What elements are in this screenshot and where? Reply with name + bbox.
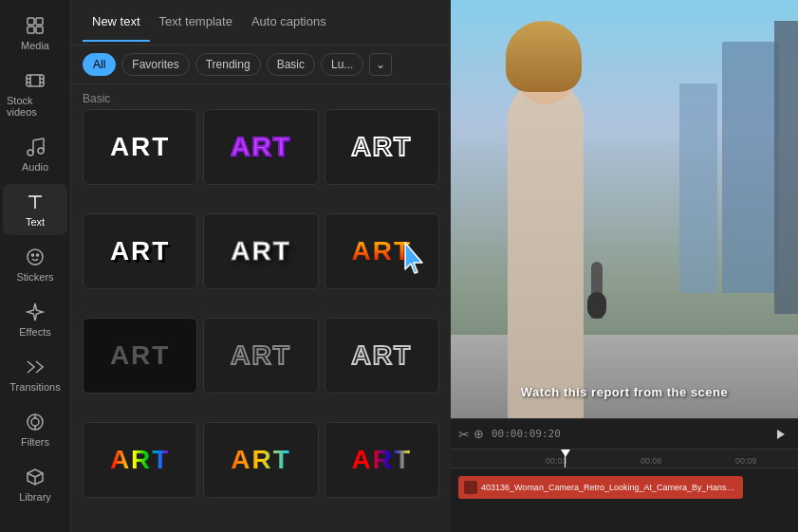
sidebar-item-label: Stickers: [16, 271, 53, 283]
track-label: 403136_Woman_Camera_Retro_Looking_At_Cam…: [481, 483, 737, 492]
text-preview: ART: [352, 236, 413, 266]
text-preview: ART: [352, 340, 413, 371]
text-card-7[interactable]: ART: [83, 318, 197, 394]
text-card-12[interactable]: ART: [325, 422, 439, 498]
tab-auto-captions[interactable]: Auto captions: [242, 3, 336, 42]
sidebar-item-label: Text: [26, 216, 45, 228]
text-card-3[interactable]: ART: [325, 109, 439, 185]
play-button[interactable]: [771, 425, 790, 444]
section-label: Basic: [71, 84, 451, 109]
text-preview: ART: [231, 236, 291, 266]
svg-rect-1: [36, 18, 43, 25]
sticker-icon: [25, 247, 46, 267]
playhead[interactable]: [565, 449, 566, 468]
text-card-2[interactable]: ART: [203, 109, 318, 185]
tab-new-text[interactable]: New text: [83, 3, 150, 42]
svg-line-26: [35, 473, 43, 477]
text-card-10[interactable]: ART: [83, 422, 197, 498]
svg-point-11: [28, 150, 33, 156]
video-background: Watch this report from the scene: [451, 0, 798, 418]
svg-line-25: [28, 473, 35, 477]
time-display: 00:00:09:20: [492, 428, 561, 440]
sidebar-item-filters[interactable]: Filters: [3, 404, 67, 455]
sidebar-item-label: Effects: [19, 326, 50, 338]
text-preview: ART: [231, 132, 291, 162]
timeline-controls: ✂ ⊕ 00:00:09:20: [451, 419, 798, 449]
text-card-1[interactable]: ART: [83, 109, 197, 185]
ruler-mark-6: 00:06: [640, 456, 662, 466]
sparkle-icon: [25, 302, 46, 322]
magnet-icon[interactable]: ⊕: [473, 427, 484, 441]
text-card-8[interactable]: ART: [203, 318, 318, 394]
svg-point-12: [38, 148, 44, 154]
filter-favorites[interactable]: Favorites: [121, 53, 189, 76]
filter-bar: All Favorites Trending Basic Lu... ⌄: [71, 46, 451, 84]
text-preview: ART: [231, 445, 291, 475]
text-preview: ART: [231, 340, 291, 371]
video-track[interactable]: 403136_Woman_Camera_Retro_Looking_At_Cam…: [458, 476, 743, 499]
svg-rect-0: [28, 18, 34, 25]
sidebar-item-effects[interactable]: Effects: [3, 294, 67, 345]
sidebar-item-label: Library: [19, 491, 51, 503]
text-preview: ART: [110, 236, 171, 266]
text-preview: ART: [110, 132, 171, 162]
box-icon: [25, 467, 46, 487]
sidebar-item-text[interactable]: Text: [3, 184, 67, 235]
sidebar: Media Stock videos Aud: [0, 0, 71, 532]
text-card-9[interactable]: ART: [325, 318, 439, 394]
text-preview: ART: [110, 340, 171, 371]
text-card-5[interactable]: ART: [203, 213, 318, 289]
sidebar-item-label: Stock videos: [7, 95, 64, 118]
svg-point-18: [28, 249, 43, 265]
sidebar-item-audio[interactable]: Audio: [3, 129, 67, 180]
svg-marker-28: [777, 430, 785, 439]
filter-trending[interactable]: Trending: [195, 53, 261, 76]
music-icon: [25, 137, 46, 157]
timeline-tracks: 403136_Woman_Camera_Retro_Looking_At_Cam…: [451, 468, 798, 532]
text-preview: ART: [352, 132, 413, 162]
svg-rect-2: [28, 27, 34, 33]
svg-rect-3: [36, 27, 43, 33]
sidebar-item-stock-videos[interactable]: Stock videos: [3, 63, 67, 125]
svg-point-20: [37, 254, 39, 256]
svg-point-22: [31, 418, 39, 426]
grid-icon: [25, 15, 46, 36]
tab-text-template[interactable]: Text template: [150, 3, 242, 42]
sidebar-item-label: Transitions: [9, 381, 60, 393]
track-icon: [464, 481, 477, 494]
sidebar-item-label: Filters: [21, 436, 49, 448]
svg-line-15: [33, 138, 44, 140]
sidebar-item-transitions[interactable]: Transitions: [3, 349, 67, 400]
sidebar-item-label: Media: [21, 40, 49, 51]
text-card-4[interactable]: ART: [83, 213, 197, 289]
filters-icon: [25, 412, 46, 432]
sidebar-item-library[interactable]: Library: [3, 459, 67, 510]
timeline-ruler: 00:03 00:06 00:09: [451, 449, 798, 468]
text-preview: ART: [110, 445, 171, 475]
filter-more-button[interactable]: ⌄: [369, 53, 392, 76]
svg-point-19: [32, 254, 34, 256]
sidebar-item-media[interactable]: Media: [3, 8, 67, 59]
filter-all[interactable]: All: [83, 53, 116, 76]
ruler-mark-9: 00:09: [735, 456, 757, 466]
scissors-icon[interactable]: ✂: [458, 427, 470, 442]
film-icon: [25, 70, 46, 91]
subtitle-text: Watch this report from the scene: [451, 385, 798, 399]
video-preview: Watch this report from the scene: [451, 0, 798, 418]
filter-basic[interactable]: Basic: [267, 53, 315, 76]
sidebar-item-stickers[interactable]: Stickers: [3, 239, 67, 290]
text-card-6[interactable]: ART: [325, 213, 439, 289]
svg-rect-4: [27, 75, 44, 86]
text-card-11[interactable]: ART: [203, 422, 318, 498]
filter-lu[interactable]: Lu...: [321, 53, 363, 76]
text-preview: ART: [352, 445, 413, 475]
right-panel: Watch this report from the scene ✂ ⊕ 00:…: [451, 0, 798, 532]
transitions-icon: [25, 357, 46, 377]
text-card-grid: ART ART ART ART ART ART ART ART: [71, 109, 451, 532]
text-icon: [25, 192, 46, 212]
tab-bar: New text Text template Auto captions: [71, 0, 451, 46]
sidebar-item-label: Audio: [22, 161, 48, 173]
timeline: ✂ ⊕ 00:00:09:20 00:03 00:06 00:09 403136…: [451, 418, 798, 532]
text-panel: New text Text template Auto captions All…: [71, 0, 451, 532]
